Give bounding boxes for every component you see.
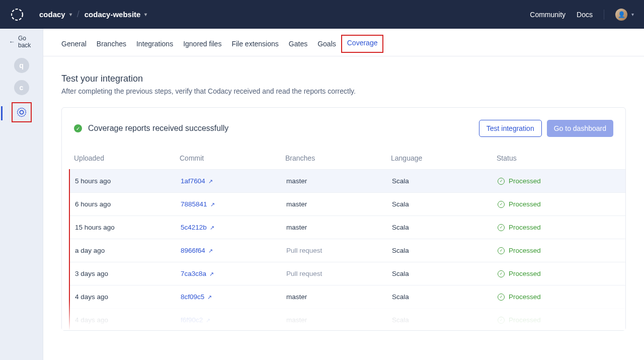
table-row[interactable]: 4 days agof6f90c2↗masterScala✓Processed xyxy=(70,308,625,330)
external-link-icon: ↗ xyxy=(209,271,214,277)
check-circle-icon: ✓ xyxy=(498,247,505,254)
check-circle-icon: ✓ xyxy=(498,270,505,277)
cell-uploaded: 4 days ago xyxy=(75,316,181,324)
coverage-panel: ✓ Coverage reports received successfully… xyxy=(61,107,626,331)
topbar-right: Community Docs 👤 ▾ xyxy=(530,9,634,21)
cell-language: Scala xyxy=(392,293,498,301)
cell-status: ✓Processed xyxy=(498,224,613,231)
tab-ignored-files[interactable]: Ignored files xyxy=(183,39,221,49)
section-title: Test your integration xyxy=(61,74,626,84)
col-status: Status xyxy=(497,154,613,162)
cell-language: Scala xyxy=(392,200,498,208)
go-to-dashboard-button[interactable]: Go to dashboard xyxy=(547,120,613,137)
external-link-icon: ↗ xyxy=(208,178,213,184)
breadcrumb-repo-label: codacy-website xyxy=(85,10,141,19)
table-row[interactable]: 6 hours ago7885841↗masterScala✓Processed xyxy=(70,192,625,215)
cell-branch: Pull request xyxy=(286,270,392,277)
sidebar-icon-q[interactable]: q xyxy=(14,58,29,73)
check-circle-icon: ✓ xyxy=(498,294,505,301)
cell-uploaded: a day ago xyxy=(75,247,181,254)
sidebar-icon-c[interactable]: c xyxy=(14,80,29,95)
col-language: Language xyxy=(391,154,497,162)
main: General Branches Integrations Ignored fi… xyxy=(43,29,644,360)
cell-status: ✓Processed xyxy=(498,293,613,301)
external-link-icon: ↗ xyxy=(208,248,213,254)
tab-general[interactable]: General xyxy=(61,39,87,49)
tab-file-extensions[interactable]: File extensions xyxy=(231,39,278,49)
avatar: 👤 xyxy=(615,9,627,21)
cell-uploaded: 6 hours ago xyxy=(75,200,181,208)
breadcrumb-separator: / xyxy=(77,9,79,20)
cell-language: Scala xyxy=(392,247,498,254)
chevron-down-icon: ▾ xyxy=(631,12,634,17)
table-row[interactable]: 3 days ago7ca3c8a↗Pull requestScala✓Proc… xyxy=(70,262,625,285)
cell-status: ✓Processed xyxy=(498,177,613,185)
check-circle-icon: ✓ xyxy=(498,224,505,231)
col-branches: Branches xyxy=(285,154,391,162)
cell-commit[interactable]: 1af7604↗ xyxy=(181,177,286,185)
tab-integrations[interactable]: Integrations xyxy=(136,39,173,49)
col-commit: Commit xyxy=(180,154,285,162)
cell-branch: master xyxy=(286,293,392,301)
codacy-logo[interactable] xyxy=(10,8,24,22)
sidebar: ← Go back q c xyxy=(0,29,43,360)
panel-header: ✓ Coverage reports received successfully… xyxy=(62,120,625,148)
external-link-icon: ↗ xyxy=(210,201,215,207)
cell-status: ✓Processed xyxy=(498,247,613,254)
cell-language: Scala xyxy=(392,270,498,277)
cell-status: ✓Processed xyxy=(498,316,613,324)
tab-goals[interactable]: Goals xyxy=(317,39,336,49)
breadcrumb-org[interactable]: codacy ▾ xyxy=(39,10,72,19)
divider xyxy=(604,10,604,20)
user-menu[interactable]: 👤 ▾ xyxy=(615,9,634,21)
cell-commit[interactable]: f6f90c2↗ xyxy=(181,316,286,324)
cell-uploaded: 5 hours ago xyxy=(75,177,181,185)
tab-coverage[interactable]: Coverage xyxy=(341,35,384,53)
success-check-icon: ✓ xyxy=(74,124,82,132)
cell-status: ✓Processed xyxy=(498,270,613,277)
gear-icon xyxy=(16,107,27,118)
section-subtitle: After completing the previous steps, ver… xyxy=(61,87,626,95)
breadcrumb-org-label: codacy xyxy=(39,10,65,19)
cell-uploaded: 15 hours ago xyxy=(75,224,181,231)
cell-commit[interactable]: 8966f64↗ xyxy=(181,247,286,254)
cell-language: Scala xyxy=(392,224,498,231)
cell-branch: master xyxy=(286,316,392,324)
cell-branch: master xyxy=(286,200,392,208)
topbar: codacy ▾ / codacy-website ▾ Community Do… xyxy=(0,0,644,29)
go-back-link[interactable]: ← Go back xyxy=(6,35,43,49)
external-link-icon: ↗ xyxy=(210,225,214,231)
table-row[interactable]: 5 hours ago1af7604↗masterScala✓Processed xyxy=(70,169,625,192)
table-row[interactable]: a day ago8966f64↗Pull requestScala✓Proce… xyxy=(70,239,625,262)
content: Test your integration After completing t… xyxy=(43,56,644,331)
cell-status: ✓Processed xyxy=(498,200,613,208)
test-integration-button[interactable]: Test integration xyxy=(479,120,542,137)
table-row[interactable]: 4 days ago8cf09c5↗masterScala✓Processed xyxy=(70,285,625,308)
cell-commit[interactable]: 7885841↗ xyxy=(181,200,286,208)
success-message: Coverage reports received successfully xyxy=(88,124,479,133)
svg-point-0 xyxy=(12,9,23,20)
table-body: 5 hours ago1af7604↗masterScala✓Processed… xyxy=(69,169,625,330)
cell-language: Scala xyxy=(392,316,498,324)
sidebar-icon-settings[interactable] xyxy=(12,102,32,122)
check-circle-icon: ✓ xyxy=(498,317,505,324)
cell-commit[interactable]: 7ca3c8a↗ xyxy=(181,270,286,277)
nav-docs[interactable]: Docs xyxy=(577,11,593,19)
cell-commit[interactable]: 8cf09c5↗ xyxy=(181,293,286,301)
cell-language: Scala xyxy=(392,177,498,185)
nav-community[interactable]: Community xyxy=(530,11,566,19)
col-uploaded: Uploaded xyxy=(74,154,180,162)
chevron-down-icon: ▾ xyxy=(144,12,147,17)
table-row[interactable]: 15 hours ago5c4212b↗masterScala✓Processe… xyxy=(70,215,625,239)
cell-uploaded: 3 days ago xyxy=(75,270,181,277)
breadcrumb-repo[interactable]: codacy-website ▾ xyxy=(85,10,147,19)
cell-branch: master xyxy=(286,224,392,231)
tab-gates[interactable]: Gates xyxy=(289,39,307,49)
tab-branches[interactable]: Branches xyxy=(97,39,126,49)
cell-commit[interactable]: 5c4212b↗ xyxy=(181,224,286,231)
cell-branch: master xyxy=(286,177,392,185)
check-circle-icon: ✓ xyxy=(498,178,505,185)
external-link-icon: ↗ xyxy=(207,294,212,300)
table-header: Uploaded Commit Branches Language Status xyxy=(62,148,625,169)
go-back-label: Go back xyxy=(18,35,40,49)
